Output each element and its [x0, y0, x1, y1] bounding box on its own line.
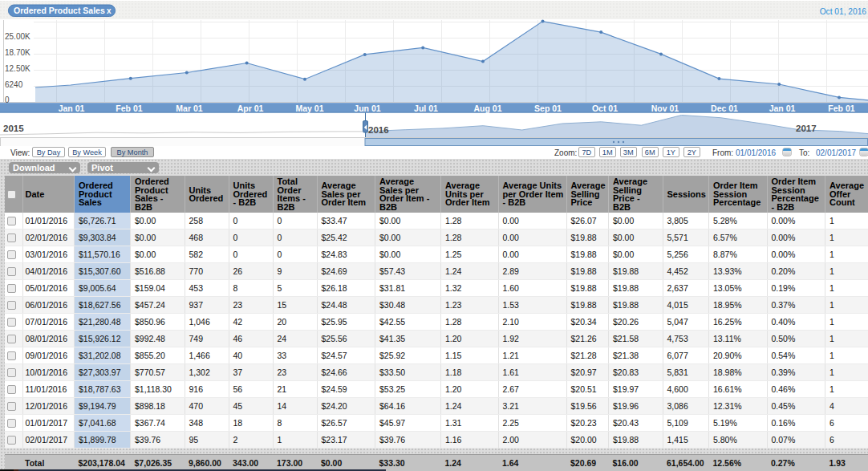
svg-text:Jan 01: Jan 01 [769, 104, 796, 113]
svg-text:18.70K: 18.70K [5, 48, 30, 57]
svg-text:Apr 01: Apr 01 [237, 104, 264, 113]
svg-text:Dec 01: Dec 01 [711, 104, 738, 113]
svg-text:2016: 2016 [368, 125, 389, 135]
svg-text:2015: 2015 [3, 124, 24, 133]
svg-text:6240: 6240 [5, 80, 23, 89]
svg-text:Oct 01, 2016: Oct 01, 2016 [820, 7, 867, 16]
svg-text:2017: 2017 [796, 124, 817, 133]
svg-text:Nov 01: Nov 01 [651, 104, 679, 113]
svg-text:Jun 01: Jun 01 [354, 104, 380, 113]
svg-text:12.50K: 12.50K [5, 64, 30, 73]
svg-text:x: x [107, 6, 112, 15]
svg-text:Jul 01: Jul 01 [414, 104, 438, 113]
svg-text:Aug 01: Aug 01 [473, 104, 501, 113]
svg-text:25.00K: 25.00K [5, 32, 30, 41]
svg-text:Feb 01: Feb 01 [828, 104, 854, 113]
svg-text:Jan 01: Jan 01 [59, 104, 85, 113]
svg-text:Sep 01: Sep 01 [534, 104, 562, 113]
svg-text:Ordered Product Sales: Ordered Product Sales [14, 6, 105, 15]
svg-text:May 01: May 01 [295, 104, 323, 113]
svg-text:Mar 01: Mar 01 [176, 104, 202, 113]
svg-text:Oct 01: Oct 01 [592, 104, 618, 113]
svg-text:Feb 01: Feb 01 [116, 104, 142, 113]
